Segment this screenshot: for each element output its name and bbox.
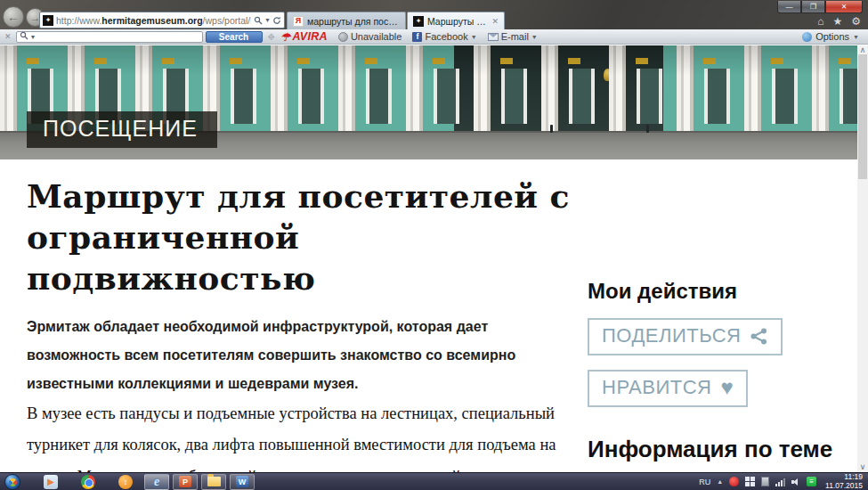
tab-routes-disabled-active[interactable]: ✦ Маршруты для инвалидов ✕ [407,12,505,29]
windows-update-tray-icon[interactable] [745,477,755,486]
network-signal-icon[interactable] [775,478,785,486]
window-controls: — ❐ ✕ [777,1,863,13]
taskbar-clock[interactable]: 11:19 11.07.2015 [825,473,863,490]
actions-sidebar: Мои действия ПОДЕЛИТЬСЯ НРАВИТСЯ ♥ Инфор… [588,279,846,479]
section-banner: ПОСЕЩЕНИЕ [27,111,217,148]
page-viewport: ПОСЕЩЕНИЕ Маршрут для посетителей с огра… [0,45,868,472]
url-text[interactable]: http://www.hermitagemuseum.org/wps/porta… [56,15,251,26]
favorites-star-icon[interactable]: ★ [832,15,842,28]
yandex-favicon-icon: Я [293,16,304,27]
actions-title: Мои действия [588,279,846,304]
unavailable-icon [338,32,348,42]
wifi-hotspot-tray-icon[interactable]: ≡ [807,477,816,486]
toolbar-close-icon[interactable]: ✕ [4,32,12,41]
tab-routes-search[interactable]: Я маршруты для посетителей с... [287,12,406,29]
tab-close-icon[interactable]: ✕ [491,17,499,26]
media-player-icon[interactable]: ▶ [44,475,58,489]
tab-title: маршруты для посетителей с... [307,16,400,27]
refresh-icon[interactable] [272,16,281,25]
share-icon [750,327,768,346]
language-indicator[interactable]: RU [699,478,710,486]
address-bar[interactable]: ✦ http://www.hermitagemuseum.org/wps/por… [39,12,285,29]
toolbar-separator: ✥ [268,32,275,42]
system-tray: RU ▲ ≡ 11:19 11.07.2015 [699,473,863,490]
toolbar-options-menu[interactable]: Options ▼ [802,31,859,42]
heart-icon: ♥ [720,377,734,398]
scroll-down-icon[interactable]: ∨ [857,462,868,471]
hero-image-winter-palace: ПОСЕЩЕНИЕ [0,45,868,159]
toolbar-search-input[interactable]: ▼ [16,31,203,43]
tab-title: Маршруты для инвалидов [427,16,488,27]
internet-explorer-taskbar-button[interactable]: e [144,474,169,490]
settings-gear-icon[interactable]: ⚙ [851,15,861,28]
addon-toolbar: ✕ ▼ Search ✥ ☂ AVIRA Unavailable f Faceb… [0,29,868,45]
clock-date: 11.07.2015 [825,482,863,490]
home-icon[interactable]: ⌂ [817,15,823,28]
email-envelope-icon [488,33,499,41]
chevron-down-icon: ▼ [853,34,859,40]
internet-explorer-icon: e [154,475,159,489]
screen: ← → ✦ http://www.hermitagemuseum.org/wps… [0,0,868,490]
start-button[interactable] [4,474,20,490]
status-unavailable[interactable]: Unavailable [338,31,402,42]
pedestrian-figure [550,125,553,133]
back-button[interactable]: ← [3,6,24,28]
hermitage-favicon-icon: ✦ [413,16,424,27]
share-button[interactable]: ПОДЕЛИТЬСЯ [588,318,783,355]
search-scope-dropdown-icon[interactable]: ▼ [30,34,37,40]
vertical-scrollbar[interactable]: ∧ ∨ [857,45,868,472]
clipboard-tray-icon[interactable] [761,477,769,486]
folder-icon [207,477,221,486]
word-taskbar-button[interactable]: W [230,474,255,490]
avira-logo[interactable]: ☂ AVIRA [280,30,328,44]
scrollbar-thumb[interactable] [858,54,867,179]
intro-paragraph: Эрмитаж обладает необходимой инфраструкт… [27,313,573,398]
facebook-menu[interactable]: f Facebook ▼ [412,31,476,42]
powerpoint-taskbar-button[interactable]: P [173,474,198,490]
related-info-title: Информация по теме [588,436,846,463]
avira-tray-icon[interactable] [729,477,739,486]
maximize-button[interactable]: ❐ [801,1,825,13]
pedestrian-figure [646,125,649,133]
updater-icon[interactable]: ↕ [118,475,133,489]
browser-titlebar: ← → ✦ http://www.hermitagemuseum.org/wps… [0,0,868,29]
scroll-up-icon[interactable]: ∧ [857,45,868,54]
windows-taskbar: ▶ ↕ e P W RU ▲ ≡ 11:19 11.07.2015 [0,472,868,490]
close-button[interactable]: ✕ [825,1,863,13]
browser-quick-icons: ⌂ ★ ⚙ [817,15,861,28]
facebook-icon: f [412,32,422,42]
options-icon [802,32,812,42]
article: Маршрут для посетителей с ограниченной п… [27,176,588,490]
explorer-folder-taskbar-button[interactable] [201,474,226,490]
address-dropdown-icon[interactable]: ▼ [264,17,271,23]
powerpoint-icon: P [179,476,191,487]
minimize-button[interactable]: — [777,1,801,13]
chevron-down-icon: ▼ [471,34,477,40]
hermitage-favicon-icon: ✦ [43,15,53,26]
search-icon [20,31,28,42]
email-menu[interactable]: E-mail ▼ [488,31,538,42]
hidden-icons-chevron-icon[interactable]: ▲ [717,478,723,485]
like-button[interactable]: НРАВИТСЯ ♥ [588,370,748,407]
word-icon: W [236,476,248,487]
volume-icon[interactable] [791,478,800,486]
chevron-down-icon: ▼ [531,34,538,40]
avira-umbrella-icon: ☂ [280,30,291,44]
search-icon[interactable] [254,16,263,25]
back-arrow-icon: ← [7,10,20,24]
search-button[interactable]: Search [206,31,263,43]
chrome-icon[interactable] [81,475,95,489]
page-title: Маршрут для посетителей с ограниченной п… [27,176,588,298]
